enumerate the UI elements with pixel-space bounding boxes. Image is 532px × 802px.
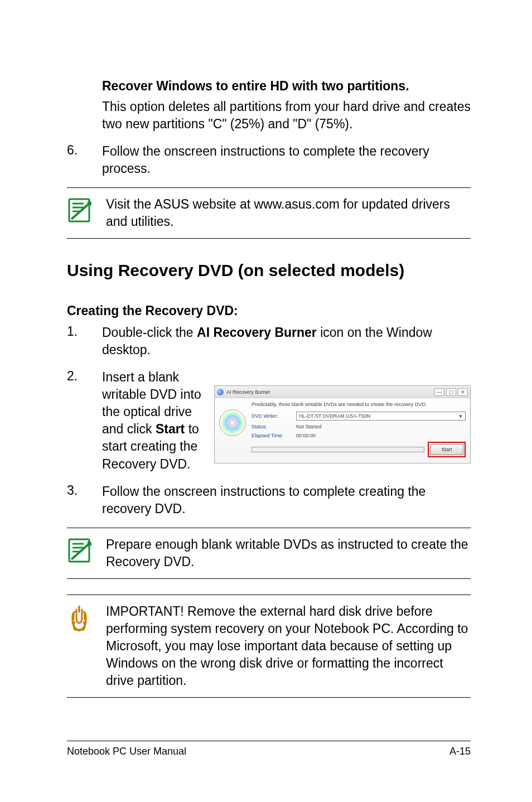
arb-logo-icon [217, 389, 224, 395]
important-text: IMPORTANT! Remove the external hard disk… [106, 603, 471, 689]
note-icon [67, 196, 106, 225]
progress-bar [252, 447, 424, 452]
step1-text: Double-click the AI Recovery Burner icon… [102, 324, 471, 359]
note1-text: Visit the ASUS website at www.asus.com f… [106, 196, 471, 230]
elapsed-value: 00:00:00 [296, 433, 316, 438]
start-highlight: Start [428, 442, 466, 457]
start-button[interactable]: Start [430, 444, 463, 455]
option-heading: Recover Windows to entire HD with two pa… [102, 78, 471, 95]
arb-predict-text: Predictably, three blank writable DVDs a… [252, 402, 466, 407]
option-body: This option deletes all partitions from … [102, 98, 471, 133]
step2-bold: Start [156, 422, 185, 436]
create-heading: Creating the Recovery DVD: [67, 303, 471, 318]
dvd-disc-icon [219, 409, 246, 436]
writer-label: DVD Writer: [252, 413, 296, 419]
note2-text: Prepare enough blank writable DVDs as in… [106, 536, 471, 571]
step6-number: 6. [67, 143, 102, 177]
footer-left: Notebook PC User Manual [67, 746, 186, 757]
arb-window: AI Recovery Burner — ▢ ✕ Predictably, th… [214, 385, 471, 463]
note-icon [67, 536, 106, 565]
section-title: Using Recovery DVD (on selected models) [67, 261, 471, 280]
writer-select[interactable]: HL-DT-ST DVDRAM GSA-T50N ▼ [296, 412, 466, 421]
step2-text: Insert a blank writable DVD into the opt… [102, 369, 207, 472]
step1-pre: Double-click the [102, 325, 197, 340]
step6-text: Follow the onscreen instructions to comp… [102, 143, 471, 177]
status-value: Not Started [296, 424, 322, 429]
step3-number: 3. [67, 483, 102, 518]
step1-bold: AI Recovery Burner [197, 325, 317, 340]
minimize-button[interactable]: — [434, 388, 444, 396]
elapsed-label: Elapsed Time: [252, 433, 296, 438]
arb-title-text: AI Recovery Burner [226, 389, 270, 395]
maximize-button[interactable]: ▢ [446, 388, 456, 396]
status-label: Status: [252, 424, 296, 429]
step3-text: Follow the onscreen instructions to comp… [102, 483, 471, 518]
step2-number: 2. [67, 369, 102, 472]
close-button[interactable]: ✕ [458, 388, 468, 396]
important-icon [67, 603, 106, 635]
writer-value: HL-DT-ST DVDRAM GSA-T50N [299, 413, 370, 419]
footer-right: A-15 [449, 746, 471, 757]
step1-number: 1. [67, 324, 102, 359]
chevron-down-icon: ▼ [458, 414, 463, 419]
